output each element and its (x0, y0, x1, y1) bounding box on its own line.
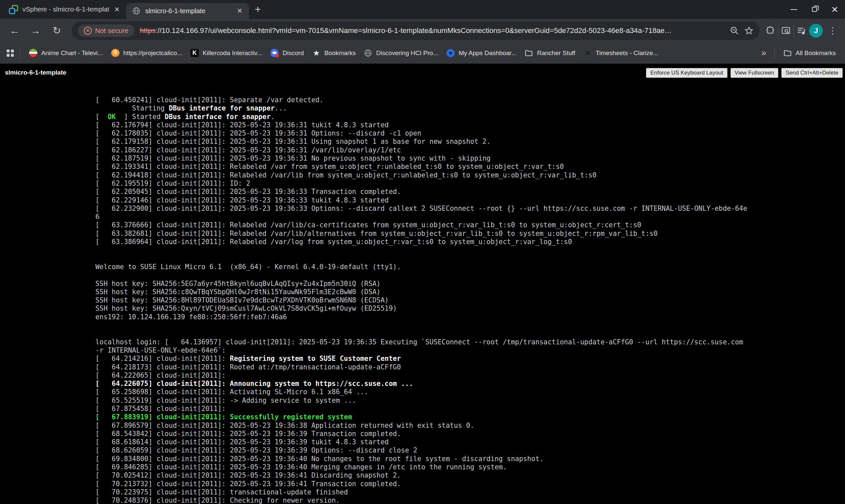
tab-vsphere-slmicro-6-1-template[interactable]: vSphere - slmicro-6-1-template✕ (3, 0, 126, 19)
bookmark-item-my-apps-dashboar[interactable]: My Apps Dashboar... (442, 46, 521, 60)
console-line: [ 68.618614] cloud-init[2011]: 2025-05-2… (95, 438, 747, 446)
extensions-icon[interactable] (765, 26, 775, 36)
console-line: [ 68.543842] cloud-init[2011]: 2025-05-2… (95, 430, 747, 438)
console-line: [ 62.178035] cloud-init[2011]: 2025-05-2… (95, 129, 747, 138)
console-line: [ 67.896579] cloud-init[2011]: 2025-05-2… (95, 421, 747, 430)
minimize-icon (791, 9, 797, 10)
folder-icon (783, 49, 792, 57)
bookmark-item-anime-chart-televi[interactable]: Anime Chart - Televi... (25, 46, 107, 60)
console-line: [ 62.176794] cloud-init[2011]: 2025-05-2… (95, 121, 747, 129)
console-line: [ 70.223975] cloud-init[2011]: transacti… (95, 488, 747, 497)
console-line: -r INTERNAL-USE-ONLY-ebde-64e6`: (95, 346, 747, 355)
bookmark-item-killercoda-interactiv[interactable]: KKillercoda Interactiv... (186, 46, 266, 60)
bookmark-item-discord[interactable]: Discord (266, 46, 307, 60)
tab-title: vSphere - slmicro-6-1-template (22, 6, 109, 13)
zoom-out-icon[interactable] (730, 26, 739, 35)
console-line (95, 255, 747, 263)
console-buttons: Enforce US Keyboard LayoutView Fullscree… (646, 68, 843, 78)
window-controls: ✕ (784, 0, 845, 19)
console-line: [ 62.205045] cloud-init[2011]: 2025-05-2… (95, 188, 747, 196)
bookmarks-separator (20, 48, 20, 58)
bookmark-label: Timesheets - Clarize... (596, 50, 658, 57)
console-line: [ 62.187519] cloud-init[2011]: 2025-05-2… (95, 155, 747, 163)
all-bookmarks-button[interactable]: All Bookmarks (779, 46, 840, 60)
close-button[interactable]: ✕ (825, 0, 845, 19)
console-line: [ 63.386964] cloud-init[2011]: Relabeled… (95, 238, 747, 246)
console-output: [ 60.450241] cloud-init[2011]: Separate … (95, 96, 747, 504)
media-controls-icon[interactable] (796, 26, 806, 36)
console-line: [ 70.025412] cloud-init[2011]: 2025-05-2… (95, 471, 747, 480)
console-line: [ 69.846285] cloud-init[2011]: 2025-05-2… (95, 463, 747, 471)
console-line: [ 63.382681] cloud-init[2011]: Relabeled… (95, 230, 747, 238)
star-favicon: ★ (312, 49, 321, 57)
side-panel-search-icon[interactable] (781, 26, 791, 36)
send-ctrl-alt-delete-button[interactable]: Send Ctrl+Alt+Delete (781, 68, 843, 78)
console-line: [ 65.525519] cloud-init[2011]: -> Adding… (95, 396, 747, 405)
back-button[interactable]: ← (5, 21, 24, 40)
apps-grid-icon[interactable] (5, 48, 15, 58)
console-line (95, 321, 747, 329)
globe-favicon (364, 49, 373, 57)
bookmark-item-https-projectcalico[interactable]: https://projectcalico... (107, 46, 186, 60)
vm-console-screen[interactable]: slmicro-6-1-template Enforce US Keyboard… (0, 64, 845, 504)
address-bar[interactable]: ✕ Not secure https://10.124.166.97/ui/we… (72, 21, 759, 40)
browser-menu-icon[interactable]: ⋮ (826, 25, 840, 36)
reload-button[interactable]: ↻ (48, 21, 66, 40)
restore-button[interactable] (804, 0, 825, 19)
globe-icon (132, 6, 141, 16)
calico-favicon (111, 49, 120, 57)
console-line: [ 67.875458] cloud-init[2011]: (95, 405, 747, 413)
reload-icon: ↻ (52, 25, 61, 36)
clarizen-favicon: ✕ (583, 49, 592, 57)
console-line (95, 271, 747, 280)
all-bookmarks-label: All Bookmarks (796, 50, 836, 57)
toolbar-separator (793, 25, 794, 36)
console-line: [ 68.626059] cloud-init[2011]: 2025-05-2… (95, 446, 747, 454)
tab-slmicro-6-1-template[interactable]: slmicro-6-1-template✕ (126, 3, 249, 19)
console-line: SSH host key: SHA256:5EG7a6yr45htBkynl6u… (95, 280, 747, 288)
bookmark-item-rancher-stuff[interactable]: Rancher Stuff (521, 46, 579, 60)
bookmarks-overflow-icon[interactable]: » (758, 48, 770, 58)
tabs-container: vSphere - slmicro-6-1-template✕slmicro-6… (0, 0, 249, 19)
new-tab-button[interactable]: + (249, 0, 267, 19)
bookmark-item-timesheets-clarize[interactable]: ✕Timesheets - Clarize... (579, 46, 662, 60)
console-line: ens192: 10.124.166.139 fe80::250:56ff:fe… (95, 313, 747, 321)
forward-icon: → (31, 25, 40, 36)
browser-toolbar: ← → ↻ ✕ Not secure https://10.124.166.97… (0, 19, 845, 42)
bookmark-label: Bookmarks (324, 50, 356, 57)
bookmark-label: Discord (283, 50, 304, 57)
bookmark-item-discovering-hci-pro[interactable]: Discovering HCI Pro... (360, 46, 442, 60)
anime-chart-favicon (29, 49, 38, 57)
view-fullscreen-button[interactable]: View Fullscreen (730, 68, 779, 78)
forward-button[interactable]: → (27, 21, 45, 40)
url-protocol: https (140, 26, 156, 35)
bookmarks-bar: Anime Chart - Televi...https://projectca… (0, 42, 845, 64)
close-icon: ✕ (831, 5, 839, 14)
console-line: [ 70.213732] cloud-init[2011]: 2025-05-2… (95, 480, 747, 488)
killercoda-favicon: K (190, 49, 199, 57)
console-line: Welcome to SUSE Linux Micro 6.1 (x86_64)… (95, 263, 747, 271)
bookmark-item-bookmarks[interactable]: ★Bookmarks (308, 46, 360, 60)
security-chip-label: Not secure (95, 27, 129, 35)
console-line: SSH host key: SHA256:8Hl89TODEUaSBIv7e9d… (95, 296, 747, 304)
console-line: [ 63.376666] cloud-init[2011]: Relabeled… (95, 221, 747, 229)
url-text: https://10.124.166.97/ui/webconsole.html… (140, 26, 724, 35)
ring-favicon (446, 49, 455, 57)
bookmark-star-icon[interactable] (744, 26, 754, 35)
tab-close-icon[interactable]: ✕ (113, 6, 121, 14)
back-icon: ← (10, 25, 19, 36)
security-chip[interactable]: ✕ Not secure (78, 24, 135, 37)
console-line: [ 62.179158] cloud-init[2011]: 2025-05-2… (95, 138, 747, 146)
console-line: [ 65.258698] cloud-init[2011]: Activatin… (95, 388, 747, 396)
bookmark-label: https://projectcalico... (123, 50, 182, 57)
console-line: [ 62.229146] cloud-init[2011]: 2025-05-2… (95, 196, 747, 204)
bookmark-label: Discovering HCI Pro... (376, 50, 438, 57)
console-line: Starting DBus interface for snapper... (95, 104, 747, 112)
tab-close-icon[interactable]: ✕ (236, 7, 244, 15)
profile-avatar[interactable]: J (809, 24, 823, 38)
console-line: [ 62.195519] cloud-init[2011]: ID: 2 (95, 179, 747, 188)
enforce-us-keyboard-layout-button[interactable]: Enforce US Keyboard Layout (646, 68, 727, 78)
url-rest: ://10.124.166.97/ui/webconsole.html?vmId… (156, 26, 672, 35)
minimize-button[interactable] (784, 0, 804, 19)
console-line: [ 64.214216] cloud-init[2011]: Registeri… (95, 355, 747, 363)
